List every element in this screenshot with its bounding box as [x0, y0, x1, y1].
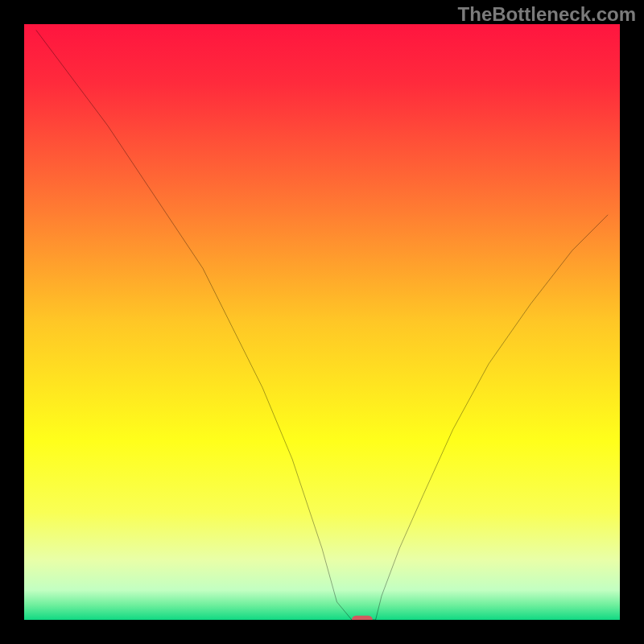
chart-container: TheBottleneck.com — [0, 0, 644, 644]
chart-background — [24, 24, 620, 620]
bottleneck-chart — [24, 24, 620, 620]
minimum-marker — [352, 616, 373, 620]
watermark-text: TheBottleneck.com — [458, 3, 636, 26]
